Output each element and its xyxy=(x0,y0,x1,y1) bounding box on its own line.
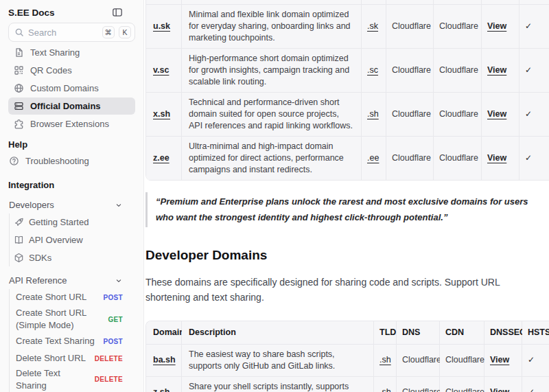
globe-icon xyxy=(14,83,24,93)
sidebar-item-browser-extensions[interactable]: Browser Extensions xyxy=(8,115,135,132)
domain-link[interactable]: u.sk xyxy=(153,21,170,32)
sidebar-item-getting-started[interactable]: Getting Started xyxy=(10,214,135,231)
hsts-check-icon: ✓ xyxy=(525,21,532,32)
domain-description: Minimal and flexible link domain optimiz… xyxy=(182,5,362,49)
tld-link[interactable]: .sh xyxy=(367,108,379,120)
hsts-check-icon: ✓ xyxy=(525,108,532,120)
tld-link[interactable]: .sc xyxy=(367,65,378,76)
sidebar-item-create-short-url-simple[interactable]: Create Short URL (Simple Mode) GET xyxy=(10,306,135,332)
dns-value: Cloudflare xyxy=(397,377,440,392)
sidebar-group-api-reference[interactable]: API Reference xyxy=(8,272,135,289)
sidebar-item-label: API Overview xyxy=(29,235,83,245)
dns-value: Cloudflare xyxy=(386,93,434,137)
sidebar-item-delete-text-sharing[interactable]: Delete Text Sharing DELETE xyxy=(10,367,135,391)
dns-value: Cloudflare xyxy=(386,137,434,181)
developer-domains-table: Domain Description TLD DNS CDN DNSSEC HS… xyxy=(145,321,549,392)
sidebar-item-label: Troubleshooting xyxy=(25,156,89,166)
developers-sublist: Getting Started API Overview SDKs xyxy=(9,214,135,266)
chevron-down-icon xyxy=(115,277,123,285)
sidebar-item-label: Browser Extensions xyxy=(30,119,109,129)
table-row: ba.sh The easiest way to share bash scri… xyxy=(146,345,549,377)
method-badge: POST xyxy=(104,294,123,301)
column-header-dns: DNS xyxy=(397,321,440,345)
dnssec-view-link[interactable]: View xyxy=(487,108,506,120)
group-label-text: API Reference xyxy=(9,275,67,286)
sidebar-item-delete-short-url[interactable]: Delete Short URL DELETE xyxy=(10,350,135,367)
sidebar-item-label: Custom Domains xyxy=(30,83,99,93)
dnssec-view-link[interactable]: View xyxy=(487,65,506,76)
domain-link[interactable]: v.sc xyxy=(153,65,169,76)
page-section-heading: Developer Domains xyxy=(145,248,549,263)
package-icon xyxy=(14,253,24,263)
tld-link[interactable]: .sh xyxy=(379,354,391,366)
sidebar-item-label: Delete Text Sharing xyxy=(16,367,89,391)
sidebar-item-label: SDKs xyxy=(29,253,51,263)
sidebar-heading-integration: Integration xyxy=(8,180,135,191)
cdn-value: Cloudflare xyxy=(434,93,482,137)
dnssec-view-link[interactable]: View xyxy=(487,152,506,164)
table-row: z.sh Share your shell scripts instantly,… xyxy=(146,377,549,392)
table-header-row: Domain Description TLD DNS CDN DNSSEC HS… xyxy=(146,321,549,345)
sidebar-item-create-text-sharing[interactable]: Create Text Sharing POST xyxy=(10,333,135,349)
puzzle-icon xyxy=(14,119,24,129)
domain-link[interactable]: z.ee xyxy=(153,152,170,164)
sidebar-item-label: Create Short URL (Simple Mode) xyxy=(16,307,103,331)
domain-link[interactable]: z.sh xyxy=(153,387,170,392)
sidebar-item-custom-domains[interactable]: Custom Domains xyxy=(8,80,135,97)
sidebar-item-qr-codes[interactable]: QR Codes xyxy=(8,62,135,79)
premium-quote: “Premium and Enterprise plans unlock the… xyxy=(145,192,540,227)
domain-description: Share your shell scripts instantly, supp… xyxy=(182,377,374,392)
search-input[interactable]: ⌘ K xyxy=(8,23,135,42)
sidebar-item-troubleshooting[interactable]: Troubleshooting xyxy=(8,152,135,170)
domain-description: High-performance short domain optimized … xyxy=(182,49,362,93)
cdn-value: Cloudflare xyxy=(434,5,482,49)
sidebar-item-label: Text Sharing xyxy=(30,47,80,58)
kbd-cmd: ⌘ xyxy=(102,26,115,38)
sidebar-item-api-overview[interactable]: API Overview xyxy=(10,231,135,249)
sidebar-item-official-domains[interactable]: Official Domains xyxy=(8,97,135,115)
domain-description: Ultra-minimal and high-impact domain opt… xyxy=(182,137,362,181)
sidebar-item-create-short-url[interactable]: Create Short URL POST xyxy=(10,289,135,305)
main-content: u.sk Minimal and flexible link domain op… xyxy=(144,0,549,392)
app-window: S.EE Docs ⌘ K xyxy=(0,0,549,392)
search-field[interactable] xyxy=(28,27,98,38)
column-header-domain: Domain xyxy=(146,321,182,345)
dnssec-view-link[interactable]: View xyxy=(490,354,509,366)
document-icon xyxy=(14,47,24,58)
cdn-value: Cloudflare xyxy=(434,137,482,181)
method-badge: GET xyxy=(108,316,123,323)
qr-code-icon xyxy=(14,65,24,76)
help-circle-icon xyxy=(9,156,19,166)
section-intro: These domains are specifically designed … xyxy=(145,275,540,305)
sidebar-item-label: Delete Short URL xyxy=(16,352,89,365)
tld-link[interactable]: .sk xyxy=(367,21,378,32)
sidebar-group-developers[interactable]: Developers xyxy=(8,196,135,214)
sidebar-item-label: Official Domains xyxy=(30,101,101,111)
sidebar-item-label: QR Codes xyxy=(30,65,72,76)
column-header-cdn: CDN xyxy=(440,321,484,345)
sidebar-toggle-icon[interactable] xyxy=(112,7,123,18)
column-header-description: Description xyxy=(182,321,374,345)
hsts-check-icon: ✓ xyxy=(525,65,532,76)
method-badge: DELETE xyxy=(95,376,123,383)
official-domains-table: u.sk Minimal and flexible link domain op… xyxy=(145,0,549,181)
dnssec-view-link[interactable]: View xyxy=(490,387,509,392)
dnssec-view-link[interactable]: View xyxy=(487,21,506,32)
cdn-value: Cloudflare xyxy=(434,49,482,93)
book-icon xyxy=(14,235,24,245)
cdn-value: Cloudflare xyxy=(440,377,484,392)
domain-link[interactable]: x.sh xyxy=(153,108,170,120)
sidebar-heading-help: Help xyxy=(8,139,135,150)
tld-link[interactable]: .ee xyxy=(367,152,379,164)
method-badge: DELETE xyxy=(95,355,123,362)
sidebar-item-text-sharing[interactable]: Text Sharing xyxy=(8,44,135,61)
sidebar-nav: Text Sharing QR Codes Custom Domains xyxy=(8,44,135,132)
sidebar-item-sdks[interactable]: SDKs xyxy=(10,249,135,266)
dns-value: Cloudflare xyxy=(386,49,434,93)
domain-link[interactable]: ba.sh xyxy=(153,354,176,366)
table-row: z.ee Ultra-minimal and high-impact domai… xyxy=(146,137,549,181)
tld-link[interactable]: .sh xyxy=(379,387,391,392)
sidebar-item-label: Getting Started xyxy=(29,217,89,227)
rocket-icon xyxy=(14,217,24,227)
dns-value: Cloudflare xyxy=(397,345,440,377)
